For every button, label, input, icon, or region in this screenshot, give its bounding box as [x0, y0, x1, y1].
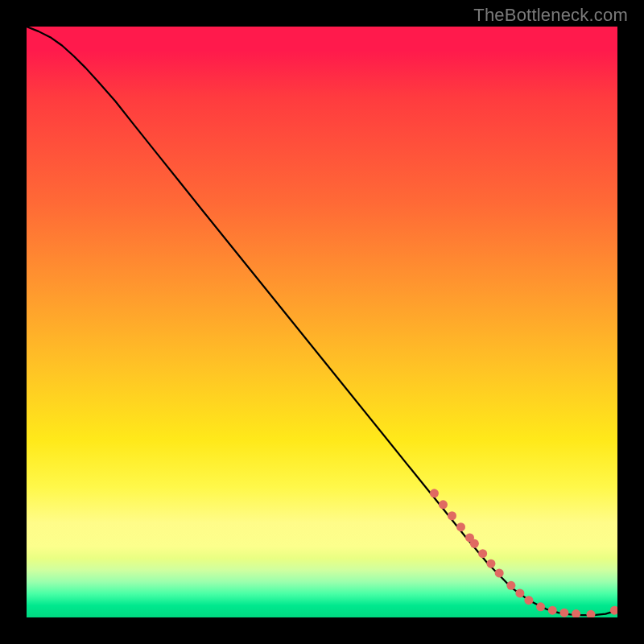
marker-point — [470, 539, 479, 548]
marker-point — [610, 606, 617, 615]
marker-point — [486, 559, 495, 568]
watermark-text: TheBottleneck.com — [473, 5, 628, 26]
marker-point — [586, 610, 595, 617]
marker-point — [506, 581, 515, 590]
marker-point — [559, 609, 568, 617]
marker-point — [536, 602, 545, 611]
marker-point — [572, 609, 580, 617]
marker-point — [495, 568, 504, 577]
marker-point — [439, 500, 448, 509]
marker-point — [524, 596, 533, 605]
marker-point — [548, 606, 557, 615]
marker-point — [448, 511, 456, 520]
chart-stage: TheBottleneck.com — [0, 0, 644, 644]
marker-point — [430, 489, 439, 497]
chart-overlay — [27, 27, 617, 617]
scatter-markers — [430, 489, 617, 617]
curve-line — [27, 27, 617, 615]
marker-point — [515, 588, 524, 597]
marker-point — [478, 549, 487, 558]
marker-point — [456, 522, 465, 531]
plot-area — [27, 27, 617, 617]
